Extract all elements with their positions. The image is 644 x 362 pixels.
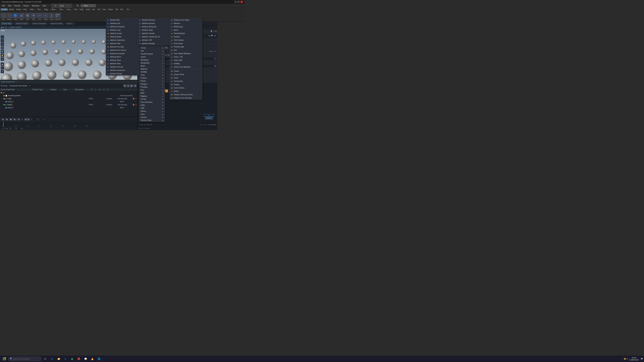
shelf-sphere[interactable]: ⚫ Sphere bbox=[7, 13, 12, 20]
tl-end[interactable]: ⏭ bbox=[17, 118, 20, 121]
tab-render-scheduler[interactable]: Render Scheduler bbox=[31, 22, 48, 25]
menu-help[interactable]: Help bbox=[41, 4, 48, 7]
sub-attr-from-map[interactable]: ■ Attribute from Map bbox=[106, 45, 139, 48]
sg-row-magic1[interactable]: ▶ magic1 Xform compon Full Geometry 🔴 👁 bbox=[0, 103, 137, 106]
menu-file[interactable]: File bbox=[1, 4, 6, 7]
tool-extra2[interactable]: ◻ bbox=[1, 66, 4, 69]
toolbar-part[interactable]: Part bbox=[102, 8, 107, 10]
sub-metagroups[interactable]: ■ MetaGroups bbox=[170, 25, 202, 28]
shelf-circle[interactable]: ○ Circle bbox=[43, 13, 48, 20]
sg-row-houdiniinfo[interactable]: 📄 HoudiniLayerInfo HoudiniLayerInfo bbox=[0, 94, 137, 97]
sub-attr-copy[interactable]: ■ Attribute Copy bbox=[106, 28, 139, 32]
toolbar-model[interactable]: Model bbox=[15, 8, 22, 10]
viewport-nav-forward[interactable]: ▶ bbox=[3, 26, 4, 28]
sg-btn-1[interactable]: ⊞ bbox=[123, 84, 126, 87]
tl-start-field[interactable] bbox=[10, 127, 14, 130]
status-auto-update[interactable]: Auto Update bbox=[208, 124, 216, 125]
toolbar-guild2[interactable]: Guild bbox=[85, 8, 91, 10]
tl-end-input[interactable] bbox=[38, 118, 42, 121]
toolbar-defo[interactable]: Defo... bbox=[29, 8, 36, 10]
sub-attr-transfer-uv[interactable]: ■ Attribute Transfer By UV bbox=[138, 35, 170, 38]
menu-edit[interactable]: Edit bbox=[7, 4, 12, 7]
minimize-button[interactable]: — bbox=[234, 1, 237, 3]
sub-attr-fade[interactable]: ■ Attribute Fade bbox=[106, 42, 139, 45]
sg-row-mesh0-2[interactable]: mesh_0 Mesh bbox=[0, 106, 137, 109]
tl-play-btn[interactable]: ▶ bbox=[22, 128, 23, 130]
tab-item-terrain[interactable]: Terrain bbox=[139, 97, 165, 100]
sub-attr-swap[interactable]: ■ Attribute Swap bbox=[138, 28, 170, 32]
tab-item-import[interactable]: Import bbox=[139, 55, 165, 58]
tab-item-planar[interactable]: Planar bbox=[139, 79, 165, 82]
tab-item-group[interactable]: Group bbox=[139, 46, 165, 49]
toolbar-musc[interactable]: Musc... bbox=[50, 8, 58, 10]
toolbar-modify[interactable]: Modify bbox=[8, 8, 15, 10]
tab-scene-view[interactable]: Scene View bbox=[1, 22, 12, 25]
sub-attr-delete[interactable]: ■ Attribute Delete bbox=[106, 35, 139, 38]
sub-connectivity[interactable]: ■ Connectivity bbox=[170, 79, 202, 83]
sub-partition[interactable]: ■ Partition bbox=[170, 35, 202, 38]
sub-attr-from-volume[interactable]: ■ Attribute from Volume bbox=[106, 48, 139, 52]
sub-dist-from-geo[interactable]: ■ Distance from Geometry bbox=[170, 96, 202, 99]
sub-attr-create[interactable]: ■ Attribute Create bbox=[106, 32, 139, 35]
sub-dist-target[interactable]: ■ Distance from Target bbox=[170, 18, 202, 22]
tl-prev[interactable]: ◀ bbox=[5, 118, 8, 121]
tab-item-nurbs[interactable]: NURBS bbox=[139, 70, 165, 73]
tl-play[interactable]: ▶ bbox=[13, 118, 16, 121]
sub-attr-randomize[interactable]: ■ Attribute Randomize bbox=[106, 68, 139, 72]
sub-attr-wrangle[interactable]: ■ Attribute Wrangle bbox=[138, 42, 170, 45]
tab-material-palette-2[interactable]: Material Palette bbox=[50, 22, 64, 25]
sub-dist-along-geo[interactable]: ■ Distance Along Geometry bbox=[170, 93, 202, 96]
node-search-icon[interactable]: 🔍 bbox=[211, 35, 214, 37]
tl-frame-input[interactable] bbox=[30, 118, 36, 121]
tl-start[interactable]: ⏮ bbox=[1, 118, 4, 121]
sub-attr-cast[interactable]: ■ Attribute Cast bbox=[106, 22, 139, 25]
tool-pan[interactable]: ✋ bbox=[1, 54, 4, 57]
scene-graph-add[interactable]: + bbox=[18, 81, 18, 83]
tool-extra3[interactable]: ⊞ bbox=[1, 70, 4, 73]
shelf-drawcu[interactable]: Draw Cu Draw Cu bbox=[55, 13, 61, 20]
sub-attr-string-edit[interactable]: ■ Attribute String Edit bbox=[138, 25, 170, 28]
sub-cluster[interactable]: ■ Cluster bbox=[170, 69, 202, 73]
sub-attr-composite[interactable]: ■ Attribute Composite bbox=[106, 25, 139, 28]
tab-item-particle[interactable]: Particle bbox=[139, 76, 165, 79]
tab-item-pack[interactable]: Pack bbox=[139, 73, 165, 76]
props-search-icon[interactable]: 🔍 bbox=[210, 30, 213, 32]
toolbar-coll[interactable]: Coll bbox=[96, 8, 101, 10]
tab-rend[interactable]: Rend... bbox=[66, 22, 74, 25]
tl-record[interactable]: ● bbox=[44, 118, 45, 120]
tab-item-material[interactable]: Material bbox=[139, 67, 165, 70]
tool-select[interactable]: ↖ bbox=[1, 35, 4, 39]
sub-attr-blur[interactable]: ■ Attribute Blur bbox=[106, 18, 139, 22]
toolbar-ter[interactable]: Ter... bbox=[126, 8, 131, 10]
sub-attr-rename[interactable]: ■ Attribute Rename bbox=[138, 18, 170, 22]
tool-view[interactable]: 🔍 bbox=[1, 50, 4, 53]
matnet1-label[interactable]: matnet1 bbox=[205, 117, 213, 119]
tab-item-managers[interactable]: Managers bbox=[139, 58, 165, 61]
sub-vortex[interactable]: ■ Vortex Force Attributes bbox=[170, 65, 202, 68]
tab-item-volume-paint[interactable]: Volume Paint bbox=[139, 119, 165, 122]
tab-close-2[interactable]: ✕ bbox=[30, 23, 31, 24]
toolbar-create[interactable]: Create bbox=[1, 8, 8, 10]
sub-pose-scope[interactable]: ■ Pose Scope bbox=[170, 42, 202, 45]
tab-item-houdini-engine[interactable]: Houdini Engine bbox=[139, 52, 165, 55]
tab-close-3[interactable]: ✕ bbox=[48, 23, 49, 24]
build-button[interactable]: ⊞ Build ▼ bbox=[52, 4, 72, 8]
sub-attr-noise[interactable]: ■ Attribute Noise bbox=[106, 58, 139, 62]
shelf-line[interactable]: — Line bbox=[37, 13, 42, 20]
sub-point-velocity[interactable]: ■ Point Velocity bbox=[170, 38, 202, 42]
sub-visibility[interactable]: ■ Visibility bbox=[170, 62, 202, 65]
props-question[interactable]: ? bbox=[214, 30, 214, 32]
tab-item-view[interactable]: View bbox=[139, 113, 165, 116]
tl-add-frame[interactable]: ▶ bbox=[27, 118, 30, 121]
toolbar-vell[interactable]: Vell bbox=[114, 8, 119, 10]
tl-stop[interactable]: ⏹ bbox=[9, 118, 12, 121]
tab-close-1[interactable]: ✕ bbox=[13, 23, 14, 24]
menu-windows[interactable]: Windows bbox=[30, 4, 41, 7]
sub-attr-remap[interactable]: ■ Attribute Remap bbox=[106, 72, 139, 75]
tab-material-palette[interactable]: Material Palette bbox=[14, 22, 29, 25]
shelf-grid[interactable]: ⊞ Grid bbox=[25, 13, 30, 20]
sub-crease[interactable]: ■ Crease bbox=[170, 83, 202, 86]
toolbar-char[interactable]: Char... bbox=[58, 8, 65, 10]
toolbar-veh[interactable]: Veh bbox=[91, 8, 96, 10]
viewport-nav-back[interactable]: ◀ bbox=[1, 26, 2, 28]
